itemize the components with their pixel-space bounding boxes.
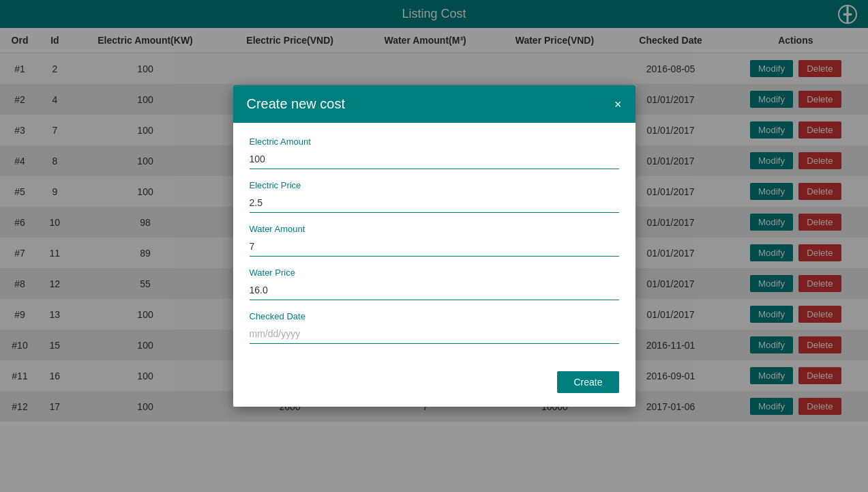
create-button[interactable]: Create [557, 371, 618, 393]
checked-date-input[interactable] [250, 324, 619, 344]
modal-header: Create new cost × [233, 85, 635, 123]
electric-amount-input[interactable] [250, 149, 619, 169]
water-amount-group: Water Amount [250, 224, 619, 257]
checked-date-label: Checked Date [250, 311, 619, 321]
water-price-group: Water Price [250, 267, 619, 300]
electric-price-group: Electric Price [250, 180, 619, 213]
modal-overlay: Create new cost × Electric Amount Electr… [0, 0, 868, 492]
water-price-input[interactable] [250, 280, 619, 300]
checked-date-group: Checked Date [250, 311, 619, 344]
create-cost-modal: Create new cost × Electric Amount Electr… [233, 85, 635, 407]
electric-price-label: Electric Price [250, 180, 619, 190]
water-price-label: Water Price [250, 267, 619, 278]
water-amount-input[interactable] [250, 237, 619, 257]
water-amount-label: Water Amount [250, 224, 619, 234]
app-container: Listing Cost ╋ Ord Id Electric Amount(KW… [0, 0, 868, 492]
modal-body: Electric Amount Electric Price Water Amo… [233, 123, 635, 371]
electric-amount-group: Electric Amount [250, 136, 619, 169]
electric-amount-label: Electric Amount [250, 136, 619, 147]
electric-price-input[interactable] [250, 193, 619, 213]
modal-footer: Create [233, 371, 635, 407]
modal-title: Create new cost [247, 96, 346, 112]
modal-close-button[interactable]: × [614, 98, 622, 111]
